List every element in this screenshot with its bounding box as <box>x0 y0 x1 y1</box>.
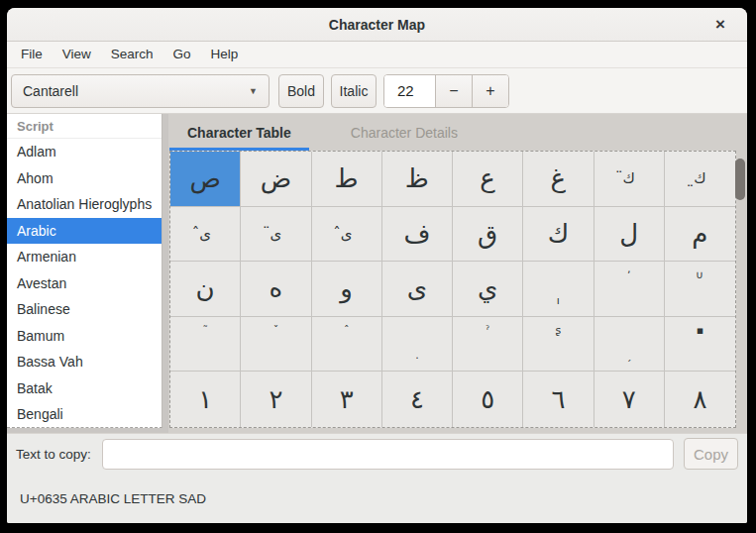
script-sidebar: Script AdlamAhomAnatolian HieroglyphsAra… <box>7 114 162 428</box>
copy-button[interactable]: Copy <box>684 438 738 470</box>
chevron-down-icon: ▼ <box>249 86 258 96</box>
char-cell[interactable]: ه <box>241 262 311 317</box>
char-cell-selected[interactable]: ص <box>170 152 241 207</box>
sidebar-item-balinese[interactable]: Balinese <box>7 296 162 323</box>
char-cell[interactable]: ل <box>594 207 665 263</box>
char-cell[interactable]: ن <box>170 262 241 317</box>
char-cell[interactable]: ض <box>241 152 311 207</box>
statusbar: U+0635 ARABIC LETTER SAD <box>7 474 747 523</box>
main-content: Script AdlamAhomAnatolian HieroglyphsAra… <box>7 114 747 433</box>
char-cell[interactable]: و <box>312 262 382 317</box>
font-family-dropdown[interactable]: Cantarell ▼ <box>11 74 270 108</box>
font-size-increase-button[interactable]: + <box>472 75 508 107</box>
char-cell[interactable]: ▪ <box>665 317 735 373</box>
script-column-header[interactable]: Script <box>7 114 162 139</box>
char-cell[interactable]: ˏ <box>594 317 665 373</box>
text-to-copy-input[interactable] <box>102 439 674 470</box>
sidebar-item-batak[interactable]: Batak <box>7 375 162 402</box>
char-cell[interactable]: ف <box>382 207 453 263</box>
char-cell[interactable]: ˇ <box>241 317 311 373</box>
tab-character-details[interactable]: Character Details <box>333 114 476 151</box>
char-cell[interactable]: ʼ <box>594 262 665 317</box>
char-cell[interactable]: ٣ <box>312 372 382 427</box>
char-cell[interactable]: ى̂ <box>312 207 382 263</box>
sidebar-item-anatolian-hieroglyphs[interactable]: Anatolian Hieroglyphs <box>7 191 162 218</box>
char-cell[interactable]: ع <box>453 152 523 207</box>
titlebar[interactable]: Character Map × <box>7 8 747 42</box>
menu-help[interactable]: Help <box>201 42 249 67</box>
char-cell[interactable]: . <box>382 317 453 373</box>
sidebar-item-ahom[interactable]: Ahom <box>7 165 162 192</box>
char-cell[interactable]: ى <box>382 262 453 317</box>
char-cell[interactable]: م <box>665 207 735 263</box>
char-cell[interactable]: ط <box>312 152 382 207</box>
copy-bar: Text to copy: Copy <box>7 433 747 474</box>
sidebar-item-adlam[interactable]: Adlam <box>7 139 162 165</box>
font-family-value: Cantarell <box>23 83 78 99</box>
close-icon[interactable]: × <box>709 14 731 36</box>
sidebar-item-avestan[interactable]: Avestan <box>7 270 162 297</box>
tab-character-table[interactable]: Character Table <box>169 114 309 151</box>
char-cell[interactable]: ي <box>453 262 523 317</box>
char-cell[interactable]: ظ <box>382 152 453 207</box>
char-cell[interactable]: ˀ <box>453 317 523 373</box>
char-cell[interactable]: ∪ <box>665 262 735 317</box>
character-grid: صضطظعغك̈ك̤ى̂ى̈ى̂فقكلمنهوىيıʼ∪˜ˇˆ.ˀʂˏ▪١٢٣… <box>169 151 736 428</box>
bold-button[interactable]: Bold <box>278 74 324 108</box>
char-cell[interactable]: ق <box>453 207 523 263</box>
char-cell[interactable]: ك̤ <box>665 152 735 207</box>
status-character-description: U+0635 ARABIC LETTER SAD <box>20 491 206 506</box>
char-cell[interactable]: ʂ <box>523 317 594 373</box>
toolbar: Cantarell ▼ Bold Italic 22 − + <box>7 68 747 114</box>
sidebar-item-arabic[interactable]: Arabic <box>7 218 162 245</box>
char-cell[interactable]: ı <box>523 262 594 317</box>
char-cell[interactable]: ٦ <box>523 372 594 427</box>
scrollbar-thumb[interactable] <box>735 159 745 200</box>
italic-button[interactable]: Italic <box>331 74 377 108</box>
sidebar-item-bamum[interactable]: Bamum <box>7 323 162 350</box>
char-cell[interactable]: ٤ <box>382 372 453 427</box>
char-cell[interactable]: ك <box>523 207 594 263</box>
menubar: File View Search Go Help <box>7 42 747 68</box>
char-cell[interactable]: ى̈ <box>241 207 311 263</box>
char-cell[interactable]: ك̈ <box>594 152 665 207</box>
menu-go[interactable]: Go <box>163 42 201 67</box>
char-cell[interactable]: ى̂ <box>170 207 241 263</box>
char-cell[interactable]: ٢ <box>241 372 311 427</box>
font-size-spinner: 22 − + <box>383 74 509 108</box>
font-size-decrease-button[interactable]: − <box>435 75 472 107</box>
tabstrip: Character Table Character Details <box>168 114 747 151</box>
window-title: Character Map <box>329 17 425 33</box>
char-cell[interactable]: ٨ <box>665 372 735 427</box>
character-map-window: Character Map × File View Search Go Help… <box>7 8 747 523</box>
char-cell[interactable]: ١ <box>170 372 241 427</box>
sidebar-item-armenian[interactable]: Armenian <box>7 244 162 270</box>
menu-search[interactable]: Search <box>101 42 163 67</box>
sidebar-item-bengali[interactable]: Bengali <box>7 401 162 428</box>
char-cell[interactable]: ˆ <box>312 317 382 373</box>
vertical-scrollbar[interactable] <box>734 151 747 428</box>
text-to-copy-label: Text to copy: <box>16 447 91 462</box>
menu-view[interactable]: View <box>53 42 101 67</box>
sidebar-item-bassa-vah[interactable]: Bassa Vah <box>7 349 162 375</box>
char-cell[interactable]: غ <box>523 152 594 207</box>
char-cell[interactable]: ˜ <box>170 317 241 373</box>
char-cell[interactable]: ٥ <box>453 372 523 427</box>
script-list: AdlamAhomAnatolian HieroglyphsArabicArme… <box>7 139 162 428</box>
char-cell[interactable]: ٧ <box>594 372 665 427</box>
notebook: Character Table Character Details صضطظعغ… <box>168 114 747 433</box>
font-size-value[interactable]: 22 <box>384 75 435 107</box>
menu-file[interactable]: File <box>11 42 53 67</box>
